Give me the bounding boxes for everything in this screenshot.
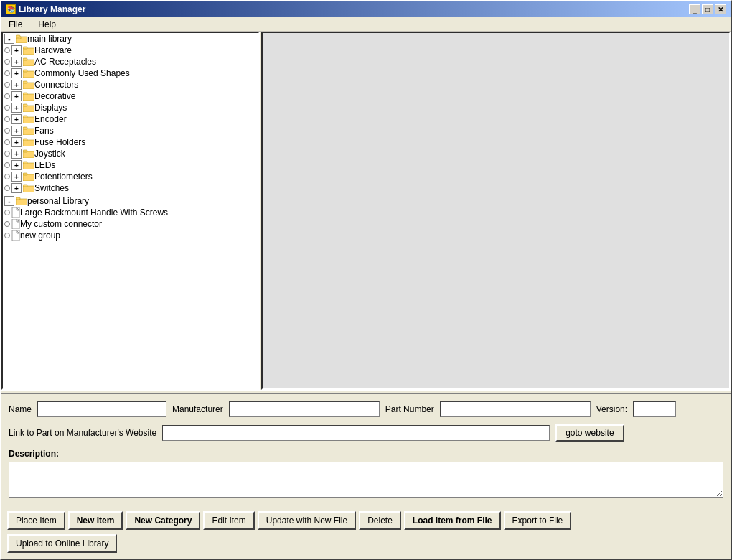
folder-icon-hardware <box>23 46 34 55</box>
svg-rect-11 <box>23 94 34 101</box>
svg-rect-10 <box>23 81 27 83</box>
edit-item-button[interactable]: Edit Item <box>203 511 254 530</box>
hardware-label: Hardware <box>34 45 72 55</box>
minimize-button[interactable]: _ <box>689 4 700 14</box>
description-textarea[interactable] <box>9 462 723 498</box>
manufacturer-input[interactable] <box>229 401 380 417</box>
menu-help[interactable]: Help <box>34 18 60 31</box>
tree-item-ac-receptacles[interactable]: + AC Receptacles <box>3 56 258 67</box>
svg-rect-6 <box>23 58 27 60</box>
expand-fans[interactable]: + <box>11 126 22 136</box>
dot-ac <box>4 59 10 65</box>
load-item-from-file-button[interactable]: Load Item from File <box>404 511 501 530</box>
expand-joystick[interactable]: + <box>11 149 22 159</box>
description-section: Description: <box>9 449 723 500</box>
folder-icon-switches <box>23 184 34 192</box>
tree-item-potentiometers[interactable]: + Potentiometers <box>3 171 258 182</box>
library-manager-window: 📚 Library Manager _ □ ✕ File Help - main… <box>0 0 732 560</box>
tree-item-main-library[interactable]: - main library <box>3 33 258 45</box>
tree-item-personal-library[interactable]: - personal Library <box>3 195 258 207</box>
new-category-button[interactable]: New Category <box>126 511 200 530</box>
expand-personal[interactable]: - <box>4 196 14 206</box>
tree-pane[interactable]: - main library + Hardware + AC Receptacl… <box>1 32 260 390</box>
svg-rect-3 <box>23 48 34 55</box>
name-label: Name <box>9 404 32 414</box>
tree-item-large-rackmount[interactable]: Large Rackmount Handle With Screws <box>3 207 258 218</box>
menu-file[interactable]: File <box>4 18 27 31</box>
new-item-button[interactable]: New Item <box>68 511 123 530</box>
personal-library-label: personal Library <box>27 196 89 206</box>
tree-item-new-group[interactable]: new group <box>3 230 258 241</box>
folder-icon-encoder <box>23 115 34 123</box>
tree-item-leds[interactable]: + LEDs <box>3 159 258 171</box>
expand-leds[interactable]: + <box>11 160 22 170</box>
folder-icon-pot <box>23 172 34 181</box>
form-row-2: Link to Part on Manufacturer's Website g… <box>9 424 723 442</box>
folder-icon-displays <box>23 103 34 112</box>
tree-item-my-custom[interactable]: My custom connector <box>3 218 258 230</box>
dot-decorative <box>4 93 10 99</box>
folder-icon-personal <box>16 197 27 205</box>
export-to-file-button[interactable]: Export to File <box>504 511 572 530</box>
tree-item-decorative[interactable]: + Decorative <box>3 90 258 102</box>
dot-connectors <box>4 82 10 88</box>
part-number-input[interactable] <box>440 401 591 417</box>
svg-rect-9 <box>23 83 34 89</box>
button-bar-2: Upload to Online Library <box>1 533 731 559</box>
tree-item-commonly-used[interactable]: + Commonly Used Shapes <box>3 67 258 79</box>
expand-main-library[interactable]: - <box>4 34 14 44</box>
expand-commonly[interactable]: + <box>11 68 22 78</box>
name-input[interactable] <box>37 401 166 417</box>
tree-item-joystick[interactable]: + Joystick <box>3 148 258 159</box>
svg-rect-18 <box>23 127 27 129</box>
tree-item-connectors[interactable]: + Connectors <box>3 79 258 90</box>
expand-ac[interactable]: + <box>11 57 22 67</box>
svg-rect-22 <box>23 150 27 152</box>
expand-fuse[interactable]: + <box>11 137 22 147</box>
update-with-new-file-button[interactable]: Update with New File <box>258 511 356 530</box>
upload-to-online-library-button[interactable]: Upload to Online Library <box>7 534 117 553</box>
delete-button[interactable]: Delete <box>359 511 401 530</box>
close-button[interactable]: ✕ <box>715 4 726 14</box>
folder-icon-commonly <box>23 69 34 78</box>
expand-displays[interactable]: + <box>11 103 22 113</box>
maximize-button[interactable]: □ <box>702 4 713 14</box>
expand-switches[interactable]: + <box>11 183 22 193</box>
menu-bar: File Help <box>1 17 731 32</box>
decorative-label: Decorative <box>34 91 75 101</box>
svg-rect-29 <box>16 199 27 205</box>
goto-website-button[interactable]: goto website <box>555 424 624 442</box>
tree-item-fuse-holders[interactable]: + Fuse Holders <box>3 136 258 148</box>
svg-rect-24 <box>23 162 27 164</box>
tree-item-encoder[interactable]: + Encoder <box>3 113 258 125</box>
place-item-button[interactable]: Place Item <box>7 511 65 530</box>
expand-connectors[interactable]: + <box>11 80 22 90</box>
tree-item-fans[interactable]: + Fans <box>3 125 258 136</box>
content-area: - main library + Hardware + AC Receptacl… <box>1 32 731 559</box>
tree-item-displays[interactable]: + Displays <box>3 102 258 113</box>
dot-leds <box>4 162 10 168</box>
tree-item-hardware[interactable]: + Hardware <box>3 45 258 56</box>
dot-hardware <box>4 47 10 53</box>
title-bar: 📚 Library Manager _ □ ✕ <box>1 1 731 17</box>
folder-icon-leds <box>23 161 34 169</box>
tree-item-switches[interactable]: + Switches <box>3 182 258 194</box>
folder-icon-main-library <box>16 34 27 43</box>
svg-rect-23 <box>23 163 34 169</box>
description-label: Description: <box>9 449 723 459</box>
file-icon-newgroup <box>11 230 20 241</box>
expand-decorative[interactable]: + <box>11 91 22 101</box>
link-input[interactable] <box>162 425 550 441</box>
svg-rect-5 <box>23 60 34 66</box>
dot-fuse <box>4 139 10 145</box>
folder-icon-ac <box>23 57 34 66</box>
version-input[interactable] <box>633 401 676 417</box>
expand-encoder[interactable]: + <box>11 114 22 124</box>
file-icon-rackmount <box>11 207 20 218</box>
folder-icon-decorative <box>23 92 34 101</box>
fans-label: Fans <box>34 126 54 136</box>
potentiometers-label: Potentiometers <box>34 172 93 182</box>
manufacturer-label: Manufacturer <box>172 404 223 414</box>
expand-hardware[interactable]: + <box>11 45 22 55</box>
expand-pot[interactable]: + <box>11 172 22 182</box>
